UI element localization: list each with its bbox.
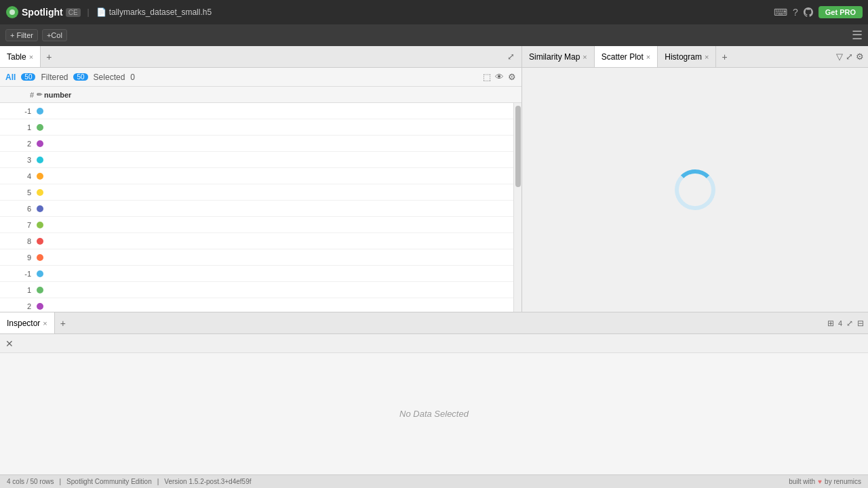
row-number: 9: [3, 253, 37, 262]
table-row: 7: [0, 217, 513, 233]
row-dot: [37, 254, 43, 261]
table-tab-bar: Table × + ⤢: [0, 46, 521, 68]
filter-all-label[interactable]: All: [5, 73, 16, 82]
table-row: 1: [0, 119, 513, 136]
similarity-map-tab-label: Similarity Map: [529, 52, 580, 62]
similarity-map-tab-close[interactable]: ×: [583, 53, 587, 61]
add-col-button[interactable]: +Col: [42, 29, 67, 41]
row-number: 2: [3, 140, 37, 148]
help-icon[interactable]: ?: [793, 7, 798, 18]
version-info: Version 1.5.2-post.3+d4ef59f: [164, 478, 251, 485]
row-number: 7: [3, 221, 37, 229]
export-icon[interactable]: ⬚: [483, 72, 491, 82]
table-tab-right: ⤢: [505, 50, 521, 63]
col-header-text: number: [44, 91, 71, 99]
eye-icon[interactable]: 👁: [495, 72, 504, 82]
histogram-tab-close[interactable]: ×: [705, 53, 709, 61]
table-column-header: # ✏ number: [0, 87, 521, 103]
add-filter-button[interactable]: + Filter: [5, 29, 38, 41]
app-logo: Spotlight CE: [5, 5, 81, 19]
filter-selected-label: Selected: [94, 73, 125, 82]
row-dot: [37, 270, 43, 277]
scatter-plot-tab-close[interactable]: ×: [646, 53, 650, 61]
filter-all-count: 50: [21, 73, 35, 81]
inspector-tab-label: Inspector: [7, 319, 40, 328]
edition-info: Spotlight Community Edition: [66, 478, 152, 485]
inspector-count: 4: [838, 319, 842, 327]
table-panel: Table × + ⤢ All 50 Filtered 50 Selected …: [0, 46, 522, 312]
row-dot: [37, 173, 43, 180]
row-dot: [37, 238, 43, 245]
table-rows-container: -1 1 2 3 4 5 6 7 8 9 -1 1 2: [0, 103, 513, 312]
title-bar-actions: ⌨ ? Get PRO: [774, 6, 863, 18]
table-row: 2: [0, 136, 513, 152]
right-panel-actions: ▽ ⤢ ⚙: [836, 52, 868, 62]
row-number: 4: [3, 172, 37, 180]
table-tab[interactable]: Table ×: [0, 46, 41, 67]
inspector-close-icon[interactable]: ✕: [5, 338, 14, 349]
table-row: 2: [0, 298, 513, 312]
table-row: 4: [0, 168, 513, 184]
settings-icon[interactable]: ☰: [852, 28, 863, 43]
author-text: by renumics: [825, 478, 861, 485]
table-row: 9: [0, 249, 513, 266]
scrollbar-thumb[interactable]: [515, 106, 521, 187]
inspector-fullscreen-icon[interactable]: ⤢: [846, 319, 853, 328]
number-col-header[interactable]: ✏ number: [37, 91, 71, 99]
table-row: -1: [0, 266, 513, 282]
similarity-map-tab[interactable]: Similarity Map ×: [522, 46, 595, 67]
filter-bar: All 50 Filtered 50 Selected 0 ⬚ 👁 ⚙: [0, 68, 521, 87]
row-dot: [37, 222, 43, 228]
title-sep: |: [87, 7, 90, 17]
inspector-tab-bar: Inspector × + ⊞ 4 ⤢ ⊟: [0, 312, 868, 334]
table-tab-label: Table: [7, 52, 26, 62]
histogram-tab[interactable]: Histogram ×: [658, 46, 716, 67]
row-dot: [37, 205, 43, 212]
inspector-grid-icon[interactable]: ⊞: [827, 319, 834, 328]
row-dot: [37, 189, 43, 196]
inspector-tab-close[interactable]: ×: [43, 319, 47, 327]
inspector-content: No Data Selected: [0, 353, 868, 474]
get-pro-button[interactable]: Get PRO: [818, 6, 863, 18]
scatter-plot-tab[interactable]: Scatter Plot ×: [595, 46, 658, 67]
right-expand-icon[interactable]: ⤢: [846, 52, 853, 62]
table-row: -1: [0, 103, 513, 119]
filter-bar-right: ⬚ 👁 ⚙: [483, 72, 516, 82]
row-dot: [37, 287, 43, 293]
row-dot: [37, 124, 43, 131]
loading-spinner: [675, 169, 715, 210]
right-settings-icon[interactable]: ⚙: [856, 52, 864, 62]
table-fullscreen-button[interactable]: ⤢: [505, 50, 517, 63]
filter-filtered-label: Filtered: [41, 73, 68, 82]
table-tab-close[interactable]: ×: [29, 53, 33, 61]
row-number: 3: [3, 156, 37, 164]
table-scrollbar[interactable]: [513, 103, 521, 312]
inspector-tab[interactable]: Inspector ×: [0, 312, 55, 333]
no-data-text: No Data Selected: [399, 409, 469, 419]
right-tab-add[interactable]: +: [716, 52, 732, 62]
file-icon: 📄: [96, 7, 106, 17]
table-row: 6: [0, 201, 513, 217]
cols-rows-info: 4 cols / 50 rows: [7, 478, 54, 485]
row-number: 1: [3, 286, 37, 294]
built-with-text: built with: [789, 478, 815, 485]
inspector-layout-icon[interactable]: ⊟: [857, 319, 864, 328]
right-panel: Similarity Map × Scatter Plot × Histogra…: [522, 46, 868, 312]
keyboard-icon[interactable]: ⌨: [774, 7, 787, 18]
row-number: -1: [3, 270, 37, 278]
github-icon[interactable]: [804, 7, 813, 17]
bottom-row: Inspector × + ⊞ 4 ⤢ ⊟ ✕ No Data Selected: [0, 312, 868, 474]
row-number: -1: [3, 107, 37, 115]
table-settings-icon[interactable]: ⚙: [508, 72, 516, 82]
main-content: Table × + ⤢ All 50 Filtered 50 Selected …: [0, 46, 868, 474]
heart-icon: ♥: [818, 478, 822, 485]
row-dot: [37, 140, 43, 147]
table-row: 1: [0, 282, 513, 298]
ce-badge: CE: [66, 8, 81, 17]
panels-row: Table × + ⤢ All 50 Filtered 50 Selected …: [0, 46, 868, 312]
table-tab-add[interactable]: +: [41, 52, 57, 62]
right-filter-icon[interactable]: ▽: [836, 52, 843, 62]
inspector-tab-add[interactable]: +: [55, 318, 71, 329]
status-sep2: |: [157, 478, 159, 485]
row-number: 8: [3, 237, 37, 245]
